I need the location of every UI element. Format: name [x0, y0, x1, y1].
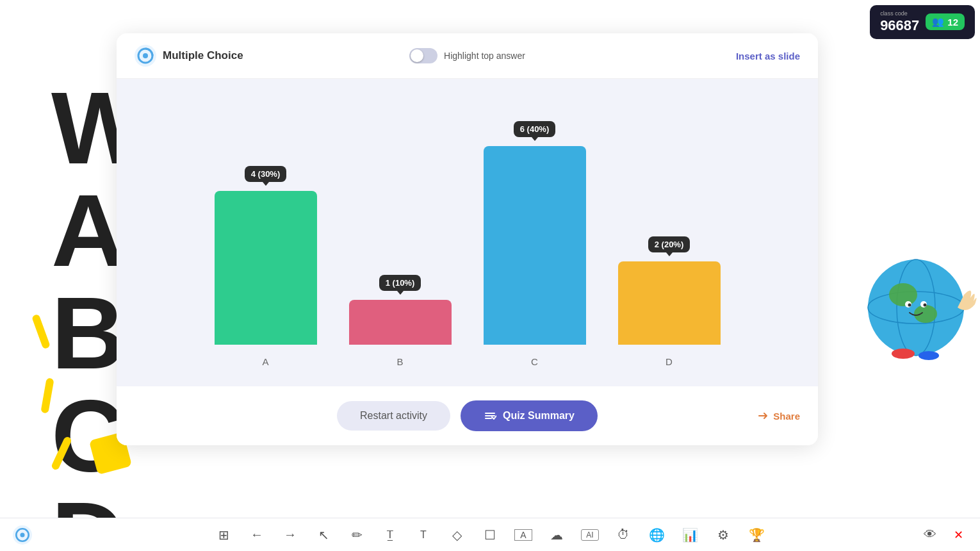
toggle-knob	[411, 49, 423, 62]
modal-header-right: Insert as slide	[578, 51, 800, 62]
quiz-summary-button[interactable]: Quiz Summary	[461, 400, 598, 431]
toolbar-cursor-icon[interactable]: ↖	[314, 527, 332, 543]
toolbar-pen-icon[interactable]: ✏	[348, 527, 366, 543]
restart-activity-button[interactable]: Restart activity	[337, 401, 450, 431]
student-count: 👥 12	[926, 13, 965, 30]
toolbar-close-icon[interactable]: ✕	[949, 528, 967, 542]
bar-tooltip-a: 4 (30%)	[245, 166, 287, 182]
tooltip-spacer-b: 1 (10%)	[379, 274, 421, 293]
toolbar-trophy-icon[interactable]: 🏆	[747, 527, 765, 543]
svg-point-4	[914, 305, 937, 323]
share-button[interactable]: Share	[758, 410, 800, 422]
insert-as-slide-button[interactable]: Insert as slide	[736, 51, 800, 62]
bar-label-b: B	[396, 356, 403, 367]
toolbar-web-icon[interactable]: 🌐	[648, 527, 666, 543]
classpoint-logo	[135, 45, 156, 67]
chart-area: 4 (30%) A 1 (10%) B 6 (40%) C 2 (20%)	[117, 79, 818, 386]
toolbar-ai-icon[interactable]: AI	[581, 529, 599, 541]
toolbar-timer-icon[interactable]: ⏱	[614, 527, 632, 542]
toolbar-eye-off-icon[interactable]: 👁	[921, 527, 939, 542]
modal-footer: Restart activity Quiz Summary Share	[117, 386, 818, 445]
svg-point-10	[919, 351, 939, 360]
toolbar-right: 👁 ✕	[921, 527, 967, 542]
toolbar-eraser-icon[interactable]: ◇	[448, 527, 466, 543]
bar-c	[484, 146, 586, 345]
modal-title: Multiple Choice	[163, 49, 243, 62]
toolbar-center: ⊞ ← → ↖ ✏ T̲ T ◇ ☐ A ☁ AI ⏱ 🌐 📊 ⚙ 🏆	[215, 527, 765, 543]
bar-a	[215, 191, 317, 345]
class-code-badge: class code 96687 👥 12	[870, 5, 975, 39]
bar-group-d: 2 (20%) D	[618, 236, 721, 367]
toolbar-shape-icon[interactable]: ☐	[481, 527, 499, 543]
bar-d	[618, 261, 721, 345]
bar-tooltip-c: 6 (40%)	[514, 121, 556, 137]
share-icon	[758, 410, 769, 422]
bar-group-b: 1 (10%) B	[349, 274, 452, 367]
svg-point-9	[892, 349, 915, 359]
modal-header-left: Multiple Choice	[135, 45, 356, 67]
toolbar-settings-icon[interactable]: ⚙	[714, 527, 732, 543]
bar-b	[349, 300, 452, 345]
class-code-number: 96687	[880, 17, 919, 34]
toolbar-logo[interactable]	[13, 525, 32, 545]
svg-point-0	[868, 259, 964, 356]
toolbar-forward-icon[interactable]: →	[281, 527, 299, 542]
toolbar-back-icon[interactable]: ←	[248, 527, 266, 542]
tooltip-spacer-c: 6 (40%)	[514, 120, 556, 140]
svg-point-8	[924, 304, 927, 307]
bar-group-a: 4 (30%) A	[215, 165, 317, 367]
modal-header: Multiple Choice Highlight top answer Ins…	[117, 33, 818, 79]
highlight-toggle[interactable]	[409, 48, 437, 63]
svg-point-3	[889, 283, 917, 306]
toolbar-chart-icon[interactable]: 📊	[681, 527, 699, 543]
class-code-label: class code	[880, 10, 919, 17]
toolbar-grid-icon[interactable]: ⊞	[215, 527, 233, 543]
toolbar-drag-icon[interactable]: ☁	[548, 527, 566, 543]
highlight-label: Highlight top answer	[444, 51, 525, 61]
students-icon: 👥	[932, 16, 944, 28]
student-count-value: 12	[947, 17, 958, 28]
quiz-summary-label: Quiz Summary	[503, 410, 575, 422]
bar-label-a: A	[262, 356, 268, 367]
modal-header-center: Highlight top answer	[356, 48, 578, 63]
bar-tooltip-b: 1 (10%)	[379, 275, 421, 291]
toolbar: ⊞ ← → ↖ ✏ T̲ T ◇ ☐ A ☁ AI ⏱ 🌐 📊 ⚙ 🏆 👁 ✕	[0, 518, 980, 551]
toolbar-text-highlight-icon[interactable]: T̲	[381, 529, 399, 541]
bar-label-d: D	[666, 356, 673, 367]
tooltip-spacer-a: 4 (30%)	[245, 165, 287, 185]
toolbar-text-icon[interactable]: T	[414, 529, 432, 541]
toolbar-text2-icon[interactable]: A	[514, 529, 532, 541]
bar-tooltip-d: 2 (20%)	[648, 236, 690, 252]
share-label: Share	[773, 411, 800, 422]
svg-point-19	[20, 532, 24, 537]
modal-card: Multiple Choice Highlight top answer Ins…	[117, 33, 818, 445]
svg-point-13	[143, 53, 148, 58]
bar-group-c: 6 (40%) C	[484, 120, 586, 367]
globe-character	[865, 243, 980, 372]
toolbar-left	[13, 525, 32, 545]
quiz-summary-icon	[484, 409, 496, 422]
svg-point-7	[908, 304, 911, 307]
tooltip-spacer-d: 2 (20%)	[648, 236, 690, 255]
bar-label-c: C	[531, 356, 538, 367]
